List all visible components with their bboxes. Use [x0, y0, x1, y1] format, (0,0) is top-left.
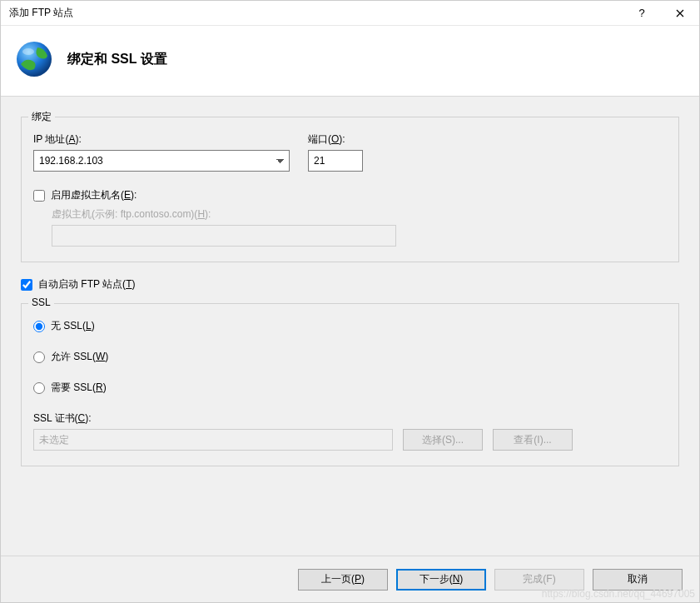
close-button[interactable]	[661, 1, 699, 26]
finish-button: 完成(F)	[494, 569, 584, 591]
close-icon	[676, 9, 684, 17]
ssl-none-label: 无 SSL(L)	[51, 319, 95, 333]
ssl-require-label: 需要 SSL(R)	[51, 381, 107, 395]
page-heading: 绑定和 SSL 设置	[67, 51, 167, 68]
ssl-fieldset: SSL 无 SSL(L) 允许 SSL(W) 需要 SSL(R) SSL 证书(…	[21, 303, 679, 466]
vhost-input	[52, 225, 396, 247]
autostart-label: 自动启动 FTP 站点(T)	[38, 277, 135, 292]
enable-vhost-label: 启用虚拟主机名(E):	[51, 188, 137, 202]
autostart-checkbox[interactable]	[21, 279, 32, 291]
enable-vhost-row[interactable]: 启用虚拟主机名(E):	[33, 188, 667, 202]
autostart-row[interactable]: 自动启动 FTP 站点(T)	[21, 277, 679, 292]
ssl-select-button: 选择(S)...	[403, 429, 483, 451]
ssl-none-row[interactable]: 无 SSL(L)	[33, 319, 667, 333]
ssl-allow-label: 允许 SSL(W)	[51, 350, 108, 364]
help-button[interactable]: ?	[623, 1, 661, 26]
ssl-require-row[interactable]: 需要 SSL(R)	[33, 381, 667, 395]
ip-address-select[interactable]: 192.168.2.103	[33, 150, 290, 172]
wizard-content: 绑定 IP 地址(A): 192.168.2.103 端口(O): 启用虚拟主机…	[1, 97, 699, 556]
ssl-none-radio[interactable]	[33, 321, 45, 332]
dialog-window: 添加 FTP 站点 ? 绑定和 SSL 设置 绑定	[0, 0, 700, 603]
enable-vhost-checkbox[interactable]	[33, 190, 45, 202]
binding-legend: 绑定	[28, 110, 55, 124]
svg-point-0	[17, 42, 52, 77]
prev-button[interactable]: 上一页(P)	[298, 569, 388, 591]
next-button[interactable]: 下一步(N)	[396, 569, 486, 591]
binding-fieldset: 绑定 IP 地址(A): 192.168.2.103 端口(O): 启用虚拟主机…	[21, 117, 679, 262]
ssl-legend: SSL	[28, 297, 54, 308]
cancel-button[interactable]: 取消	[593, 569, 683, 591]
ssl-cert-label: SSL 证书(C):	[33, 411, 667, 426]
port-label: 端口(O):	[308, 132, 363, 147]
ssl-allow-radio[interactable]	[33, 351, 45, 363]
ip-address-label: IP 地址(A):	[33, 132, 290, 147]
wizard-footer: 上一页(P) 下一步(N) 完成(F) 取消	[1, 556, 699, 602]
titlebar: 添加 FTP 站点 ?	[1, 1, 699, 26]
wizard-header: 绑定和 SSL 设置	[1, 26, 699, 97]
globe-icon	[14, 39, 54, 79]
svg-point-1	[22, 48, 34, 55]
port-input[interactable]	[308, 150, 363, 172]
vhost-label: 虚拟主机(示例: ftp.contoso.com)(H):	[52, 207, 667, 222]
ssl-require-radio[interactable]	[33, 382, 45, 394]
ssl-cert-select: 未选定	[33, 429, 393, 451]
ssl-allow-row[interactable]: 允许 SSL(W)	[33, 350, 667, 364]
ssl-view-button: 查看(I)...	[493, 429, 573, 451]
window-title: 添加 FTP 站点	[9, 6, 623, 20]
